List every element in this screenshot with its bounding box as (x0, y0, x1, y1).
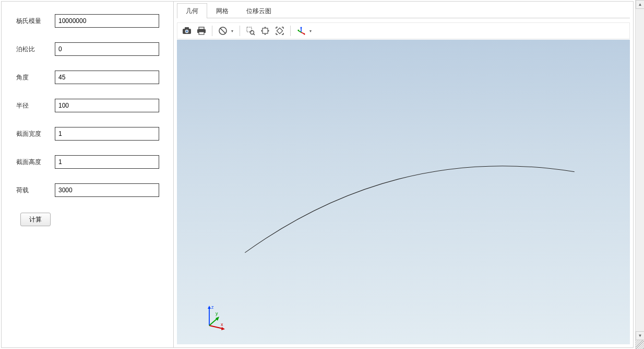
input-load[interactable] (55, 183, 159, 197)
input-youngs-modulus[interactable] (55, 14, 159, 28)
axis-triad: z x y (202, 305, 226, 331)
window-resize-handle[interactable] (636, 340, 644, 349)
fit-icon[interactable] (273, 25, 286, 37)
scroll-up-arrow[interactable]: ▲ (636, 0, 644, 9)
toolbar-separator (290, 26, 291, 36)
label-section-height: 截面高度 (16, 158, 55, 167)
input-angle[interactable] (55, 71, 159, 84)
reset-view-icon[interactable] (217, 25, 229, 37)
svg-rect-4 (199, 27, 204, 29)
tab-geometry[interactable]: 几何 (177, 3, 207, 18)
svg-text:y: y (216, 311, 218, 316)
svg-line-8 (220, 28, 225, 33)
zoom-box-icon[interactable] (244, 25, 257, 37)
label-radius: 半径 (16, 101, 55, 110)
svg-point-10 (251, 31, 254, 34)
label-angle: 角度 (16, 73, 55, 82)
pan-icon[interactable] (259, 25, 271, 37)
viewport-3d[interactable]: z x y (177, 40, 630, 344)
input-poisson[interactable] (55, 42, 159, 56)
tab-displacement-cloud[interactable]: 位移云图 (237, 3, 280, 18)
view-panel: 几何 网格 位移云图 ▾ (174, 2, 633, 347)
viewer-toolbar: ▾ ▾ (177, 22, 630, 39)
toolbar-separator (240, 26, 240, 36)
label-load: 荷载 (16, 186, 55, 195)
calculate-button[interactable]: 计算 (20, 213, 51, 226)
svg-rect-13 (277, 28, 282, 33)
axis-icon[interactable] (295, 25, 307, 37)
label-section-width: 截面宽度 (16, 130, 55, 138)
geometry-curve (177, 40, 630, 344)
input-section-width[interactable] (55, 127, 159, 141)
vertical-scrollbar[interactable]: ▲ ▼ (635, 0, 644, 349)
scroll-down-arrow[interactable]: ▼ (636, 331, 644, 340)
toolbar-separator (212, 26, 212, 36)
svg-rect-12 (263, 28, 268, 33)
tab-mesh[interactable]: 网格 (207, 3, 237, 18)
input-section-height[interactable] (55, 155, 159, 169)
svg-text:x: x (221, 322, 223, 327)
svg-text:z: z (211, 305, 214, 310)
tab-bar: 几何 网格 位移云图 (177, 4, 630, 18)
label-youngs-modulus: 杨氏模量 (16, 17, 55, 26)
reset-view-dropdown[interactable]: ▾ (231, 29, 235, 33)
axis-dropdown[interactable]: ▾ (309, 29, 314, 33)
label-poisson: 泊松比 (16, 45, 55, 54)
camera-icon[interactable] (181, 25, 193, 37)
input-radius[interactable] (55, 99, 159, 112)
parameter-panel: 杨氏模量 泊松比 角度 半径 截面宽度 截面高度 荷载 计算 (2, 2, 174, 347)
print-icon[interactable] (195, 25, 208, 37)
svg-line-21 (209, 318, 218, 325)
svg-rect-6 (199, 32, 204, 34)
svg-point-3 (186, 30, 188, 32)
svg-rect-1 (185, 27, 189, 29)
svg-line-11 (254, 34, 255, 36)
